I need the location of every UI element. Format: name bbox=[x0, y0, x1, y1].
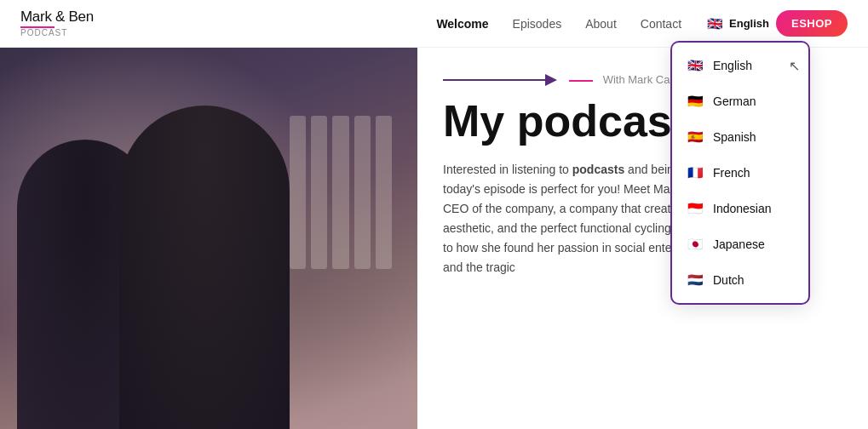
lang-option-dutch[interactable]: 🇳🇱 Dutch bbox=[672, 262, 808, 298]
lang-option-english[interactable]: 🇬🇧 English ↖ bbox=[672, 48, 808, 83]
lang-french-label: French bbox=[713, 166, 750, 180]
lang-japanese-label: Japanese bbox=[713, 237, 765, 251]
flag-english: 🇬🇧 bbox=[686, 56, 704, 75]
flag-indonesian: 🇮🇩 bbox=[686, 199, 704, 218]
shop-button[interactable]: ESHOP bbox=[776, 10, 848, 37]
lang-option-french[interactable]: 🇫🇷 French bbox=[672, 155, 808, 191]
header: Mark & Ben Podcast Welcome Episodes Abou… bbox=[0, 0, 868, 48]
lang-german-label: German bbox=[713, 94, 756, 108]
lang-option-spanish[interactable]: 🇪🇸 Spanish bbox=[672, 119, 808, 155]
lang-option-german[interactable]: 🇩🇪 German bbox=[672, 83, 808, 119]
hero-image bbox=[0, 48, 417, 429]
lang-spanish-label: Spanish bbox=[713, 130, 756, 144]
desc-text-1: Interested in listening to bbox=[443, 163, 572, 176]
flag-german: 🇩🇪 bbox=[686, 92, 704, 111]
desc-bold: podcasts bbox=[572, 163, 624, 176]
logo-subtitle: Podcast bbox=[20, 28, 94, 37]
arrow-line bbox=[443, 79, 545, 81]
language-dropdown: 🇬🇧 English ↖ 🇩🇪 German 🇪🇸 Spanish 🇫🇷 Fre… bbox=[672, 43, 808, 303]
radiator-bar-5 bbox=[376, 116, 392, 269]
radiator-bar-1 bbox=[290, 116, 306, 269]
nav-about[interactable]: About bbox=[585, 17, 617, 31]
lang-option-japanese[interactable]: 🇯🇵 Japanese bbox=[672, 226, 808, 262]
lang-option-indonesian[interactable]: 🇮🇩 Indonesian bbox=[672, 191, 808, 226]
current-lang-label: English bbox=[729, 17, 769, 30]
radiator-bar-2 bbox=[311, 116, 327, 269]
cursor-arrow-icon: ↖ bbox=[789, 59, 800, 73]
main-nav: Welcome Episodes About Contact bbox=[436, 17, 681, 31]
current-lang-flag: 🇬🇧 bbox=[705, 14, 724, 33]
pink-dash bbox=[569, 80, 593, 82]
lang-dutch-label: Dutch bbox=[713, 273, 744, 287]
logo: Mark & Ben Podcast bbox=[20, 9, 94, 38]
figure-right bbox=[119, 106, 290, 429]
radiator-bar-4 bbox=[354, 116, 371, 269]
logo-text: Mark & Ben bbox=[20, 9, 94, 25]
radiator-bar-3 bbox=[332, 116, 348, 269]
language-button[interactable]: 🇬🇧 English bbox=[698, 11, 776, 37]
flag-dutch: 🇳🇱 bbox=[686, 271, 704, 289]
cursor-indicator: ↖ bbox=[789, 58, 800, 74]
lang-indonesian-label: Indonesian bbox=[713, 202, 772, 215]
logo-name: Mark & Ben bbox=[20, 9, 94, 26]
nav-contact[interactable]: Contact bbox=[641, 17, 681, 31]
flag-japanese: 🇯🇵 bbox=[686, 235, 704, 254]
radiator-decoration bbox=[290, 116, 392, 269]
nav-episodes[interactable]: Episodes bbox=[513, 17, 562, 31]
nav-welcome[interactable]: Welcome bbox=[436, 17, 488, 31]
lang-english-label: English bbox=[713, 59, 752, 72]
arrow-head bbox=[545, 74, 557, 86]
flag-french: 🇫🇷 bbox=[686, 163, 704, 182]
flag-spanish: 🇪🇸 bbox=[686, 128, 704, 146]
